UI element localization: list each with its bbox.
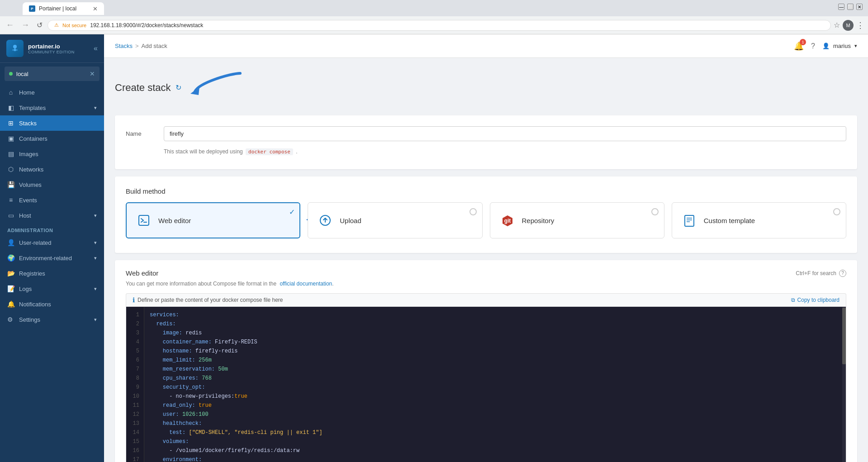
logs-icon: 📝	[7, 285, 14, 292]
sidebar-logo: portainer.io COMMUNITY EDITION «	[0, 34, 104, 63]
help-icon[interactable]: ?	[811, 42, 815, 50]
brand-name: portainer.io	[28, 43, 75, 50]
code-line-12: user: 1026:100	[150, 410, 837, 419]
line-num-10: 10	[131, 392, 139, 401]
editor-section-header: Web editor Ctrl+F for search ?	[126, 269, 846, 277]
editor-scrollbar[interactable]	[842, 307, 846, 462]
upload-label: Upload	[340, 217, 361, 224]
sidebar-item-images[interactable]: ▤ Images	[0, 146, 104, 162]
templates-chevron-icon: ▾	[94, 105, 97, 111]
svg-marker-3	[190, 87, 199, 95]
env-close-icon[interactable]: ✕	[90, 70, 95, 77]
sidebar-label-environment-related: Environment-related	[19, 255, 72, 262]
volumes-icon: 💾	[7, 181, 14, 188]
environment-item[interactable]: local ✕	[5, 67, 100, 81]
custom-template-radio	[833, 208, 840, 215]
svg-rect-2	[12, 49, 18, 51]
breadcrumb-stacks-link[interactable]: Stacks	[115, 43, 133, 49]
admin-section-label: Administration	[0, 223, 104, 235]
browser-toolbar: ← → ↺ ⚠ Not secure 192.168.1.18:9000/#/2…	[0, 16, 868, 34]
notifications-button[interactable]: 🔔 1	[794, 41, 804, 51]
profile-icon[interactable]: M	[843, 20, 854, 31]
info-circle-icon: ℹ	[133, 296, 135, 304]
line-num-12: 12	[131, 410, 139, 419]
browser-tab[interactable]: P Portainer | local ✕	[23, 2, 104, 15]
sidebar-item-registries[interactable]: 📂 Registries	[0, 266, 104, 281]
sidebar-item-stacks[interactable]: ⊞ Stacks	[0, 115, 104, 131]
sidebar-item-volumes[interactable]: 💾 Volumes	[0, 177, 104, 192]
line-num-3: 3	[131, 329, 139, 338]
refresh-icon[interactable]: ↻	[175, 83, 181, 92]
sidebar-item-containers[interactable]: ▣ Containers	[0, 131, 104, 146]
sidebar-item-user-related[interactable]: 👤 User-related ▾	[0, 235, 104, 250]
search-help-icon: ?	[839, 270, 846, 277]
close-button[interactable]: ✕	[856, 4, 863, 10]
line-num-6: 6	[131, 356, 139, 365]
custom-template-label: Custom template	[704, 217, 755, 224]
top-bar: Stacks > Add stack 🔔 1 ? 👤 marius ▾	[104, 34, 868, 58]
templates-icon: ◧	[7, 104, 14, 111]
method-card-custom-template[interactable]: Custom template	[672, 202, 846, 238]
method-card-repository[interactable]: git Repository	[490, 202, 664, 238]
code-line-17: environment:	[150, 455, 837, 462]
address-text: 192.168.1.18:9000/#/2/docker/stacks/news…	[90, 22, 203, 29]
breadcrumb: Stacks > Add stack	[115, 43, 167, 49]
code-line-15: volumes:	[150, 437, 837, 446]
code-editor[interactable]: 1 2 3 4 5 6 7 8 9 10 11 12 13 14	[126, 306, 846, 462]
minimize-button[interactable]: —	[838, 4, 844, 10]
sidebar-item-events[interactable]: ≡ Events	[0, 192, 104, 208]
sidebar-item-notifications[interactable]: 🔔 Notifications	[0, 296, 104, 312]
notifications-icon: 🔔	[7, 300, 14, 308]
sidebar-item-environment-related[interactable]: 🌍 Environment-related ▾	[0, 250, 104, 266]
restore-button[interactable]: ⬜	[847, 4, 854, 10]
bookmark-button[interactable]: ☆	[834, 21, 840, 29]
official-docs-link[interactable]: official documentation	[280, 281, 332, 287]
method-card-upload[interactable]: Upload	[308, 202, 482, 238]
code-line-14: test: ["CMD-SHELL", "redis-cli ping || e…	[150, 428, 837, 437]
line-num-7: 7	[131, 365, 139, 374]
user-menu[interactable]: 👤 marius ▾	[822, 43, 857, 49]
sidebar-label-settings: Settings	[19, 316, 40, 323]
deploy-hint-text: This stack will be deployed using	[164, 148, 243, 155]
reload-button[interactable]: ↺	[34, 20, 45, 30]
user-avatar-icon: 👤	[822, 43, 830, 49]
browser-menu-button[interactable]: ⋮	[856, 20, 864, 30]
compose-hint-text: You can get more information about Compo…	[126, 281, 276, 287]
deploy-hint: This stack will be deployed using docker…	[164, 148, 846, 155]
editor-scrollbar-thumb[interactable]	[842, 308, 846, 364]
method-card-web-editor[interactable]: Web editor ✓	[126, 202, 300, 238]
collapse-sidebar-icon[interactable]: «	[94, 44, 98, 52]
edition-label: COMMUNITY EDITION	[28, 50, 75, 54]
web-editor-icon	[136, 212, 152, 229]
tab-close-icon[interactable]: ✕	[93, 5, 98, 12]
line-num-16: 16	[131, 446, 139, 455]
sidebar-item-settings[interactable]: ⚙ Settings ▾	[0, 312, 104, 327]
name-label: Name	[126, 130, 153, 137]
back-nav-button[interactable]: ←	[4, 19, 16, 31]
tab-favicon: P	[29, 5, 35, 12]
images-icon: ▤	[7, 150, 14, 157]
custom-template-icon	[681, 212, 697, 229]
line-num-5: 5	[131, 347, 139, 356]
build-methods-grid: Web editor ✓	[126, 202, 846, 238]
copy-to-clipboard-button[interactable]: ⧉ Copy to clipboard	[791, 297, 840, 303]
env-name: local	[16, 71, 28, 77]
sidebar-label-networks: Networks	[19, 166, 43, 173]
sidebar-item-home[interactable]: ⌂ Home	[0, 85, 104, 100]
sidebar-item-host[interactable]: ▭ Host ▾	[0, 208, 104, 223]
upload-icon	[317, 212, 333, 229]
security-warning-icon: ⚠	[54, 22, 59, 28]
forward-nav-button[interactable]: →	[19, 19, 32, 31]
sidebar-item-networks[interactable]: ⬡ Networks	[0, 162, 104, 177]
sidebar-item-templates[interactable]: ◧ Templates ▾	[0, 100, 104, 115]
address-bar[interactable]: ⚠ Not secure 192.168.1.18:9000/#/2/docke…	[47, 20, 831, 31]
line-num-13: 13	[131, 419, 139, 428]
sidebar-item-logs[interactable]: 📝 Logs ▾	[0, 281, 104, 296]
editor-define-hint: ℹ Define or paste the content of your do…	[133, 296, 283, 304]
code-line-13: healthcheck:	[150, 419, 837, 428]
code-content[interactable]: services: redis: image: redis container_…	[144, 307, 842, 462]
sidebar-label-user-related: User-related	[19, 239, 52, 246]
stack-name-input[interactable]	[164, 126, 846, 141]
repository-label: Repository	[522, 217, 555, 224]
security-warning-text: Not secure	[62, 23, 86, 28]
